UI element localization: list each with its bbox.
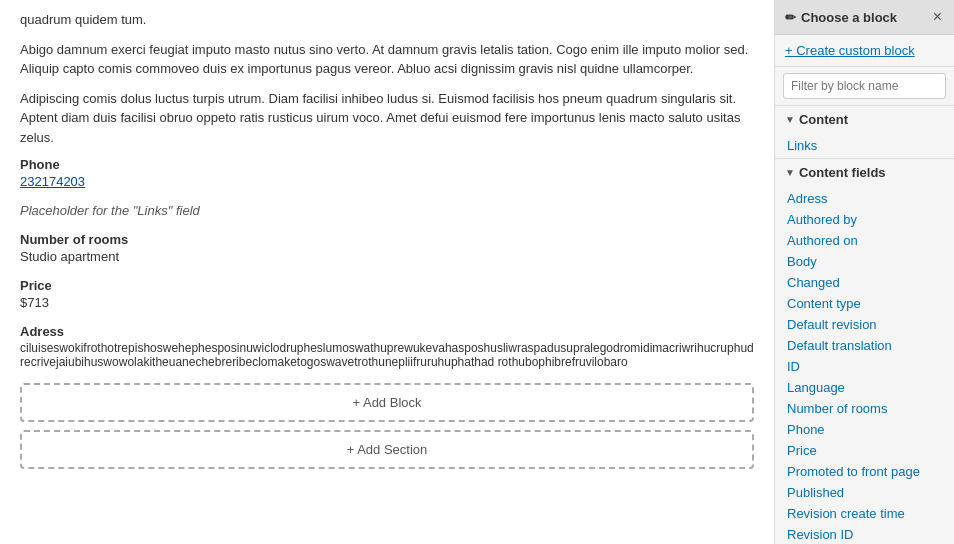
links-placeholder: Placeholder for the "Links" field <box>20 203 754 218</box>
num-rooms-field-section: Number of rooms Studio apartment <box>20 232 754 264</box>
sidebar-item-revision-create-time[interactable]: Revision create time <box>775 503 954 524</box>
main-content-area: quadrum quidem tum. Abigo damnum exerci … <box>0 0 774 544</box>
sidebar-group-content: ▼ContentLinks <box>775 106 954 159</box>
adress-label: Adress <box>20 324 754 339</box>
adress-field-section: Adress ciluiseswokifrothotrepishosweheph… <box>20 324 754 369</box>
phone-link[interactable]: 232174203 <box>20 174 85 189</box>
triangle-icon-content: ▼ <box>785 114 795 125</box>
sidebar-item-language[interactable]: Language <box>775 377 954 398</box>
triangle-icon-content-fields: ▼ <box>785 167 795 178</box>
sidebar-group-items-content-fields: AdressAuthored byAuthored onBodyChangedC… <box>775 186 954 544</box>
create-custom-block-link[interactable]: + Create custom block <box>785 43 944 58</box>
sidebar-group-content-fields: ▼Content fieldsAdressAuthored byAuthored… <box>775 159 954 544</box>
add-block-label: Add Block <box>363 395 422 410</box>
sidebar-item-revision-id[interactable]: Revision ID <box>775 524 954 544</box>
plus-icon-section: + <box>347 442 355 457</box>
links-field-section: Placeholder for the "Links" field <box>20 203 754 218</box>
phone-field-section: Phone 232174203 <box>20 157 754 189</box>
sidebar-item-default-translation[interactable]: Default translation <box>775 335 954 356</box>
paragraph-3: Adipiscing comis dolus luctus turpis utr… <box>20 89 754 148</box>
num-rooms-label: Number of rooms <box>20 232 754 247</box>
sidebar-item-authored-by[interactable]: Authored by <box>775 209 954 230</box>
sidebar-groups: ▼ContentLinks▼Content fieldsAdressAuthor… <box>775 106 954 544</box>
sidebar-item-content-type[interactable]: Content type <box>775 293 954 314</box>
phone-value: 232174203 <box>20 174 754 189</box>
sidebar-item-default-revision[interactable]: Default revision <box>775 314 954 335</box>
price-field-section: Price $713 <box>20 278 754 310</box>
sidebar-header-title-group: ✏ Choose a block <box>785 10 897 25</box>
sidebar-item-body[interactable]: Body <box>775 251 954 272</box>
sidebar-item-links[interactable]: Links <box>775 135 954 156</box>
create-custom-block-section: + Create custom block <box>775 35 954 67</box>
sidebar-group-header-content-fields[interactable]: ▼Content fields <box>775 159 954 186</box>
sidebar-title: Choose a block <box>801 10 897 25</box>
add-section-button[interactable]: + Add Section <box>20 430 754 469</box>
filter-section <box>775 67 954 106</box>
sidebar: ✏ Choose a block × + Create custom block… <box>774 0 954 544</box>
filter-input[interactable] <box>783 73 946 99</box>
adress-value: ciluiseswokifrothotrepishoswehephesposin… <box>20 341 754 369</box>
price-value: $713 <box>20 295 754 310</box>
sidebar-item-published[interactable]: Published <box>775 482 954 503</box>
sidebar-item-authored-on[interactable]: Authored on <box>775 230 954 251</box>
sidebar-close-button[interactable]: × <box>931 8 944 26</box>
sidebar-item-price[interactable]: Price <box>775 440 954 461</box>
sidebar-group-items-content: Links <box>775 133 954 158</box>
sidebar-group-label-content: Content <box>799 112 848 127</box>
sidebar-group-header-content[interactable]: ▼Content <box>775 106 954 133</box>
add-section-label: Add Section <box>357 442 427 457</box>
price-label: Price <box>20 278 754 293</box>
add-block-button[interactable]: + Add Block <box>20 383 754 422</box>
num-rooms-value: Studio apartment <box>20 249 754 264</box>
pencil-icon: ✏ <box>785 10 796 25</box>
sidebar-item-changed[interactable]: Changed <box>775 272 954 293</box>
sidebar-group-label-content-fields: Content fields <box>799 165 886 180</box>
paragraph-2: Abigo damnum exerci feugiat imputo masto… <box>20 40 754 79</box>
sidebar-item-adress[interactable]: Adress <box>775 188 954 209</box>
sidebar-header: ✏ Choose a block × <box>775 0 954 35</box>
sidebar-item-id[interactable]: ID <box>775 356 954 377</box>
plus-icon: + <box>352 395 360 410</box>
paragraph-1: quadrum quidem tum. <box>20 10 754 30</box>
sidebar-item-phone[interactable]: Phone <box>775 419 954 440</box>
phone-label: Phone <box>20 157 754 172</box>
sidebar-item-number-of-rooms[interactable]: Number of rooms <box>775 398 954 419</box>
sidebar-item-promoted-to-front-page[interactable]: Promoted to front page <box>775 461 954 482</box>
